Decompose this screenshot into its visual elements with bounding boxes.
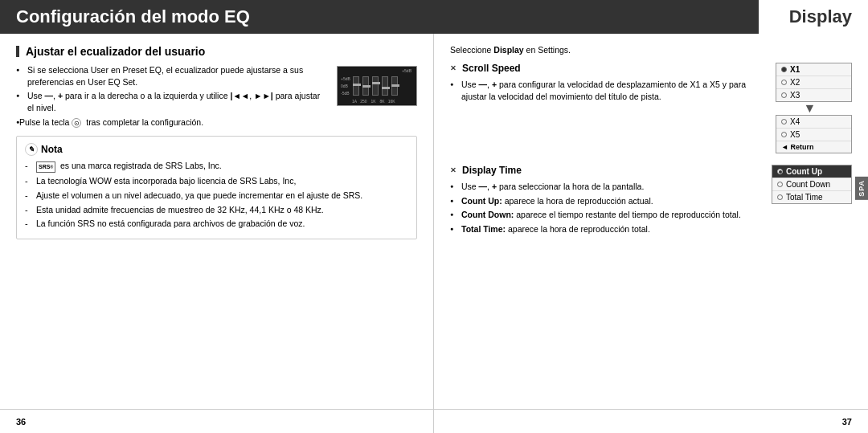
display-bullet-3: Count Down: aparece el tiempo restante d… — [450, 209, 852, 221]
radio-x5 — [781, 132, 787, 137]
page-footer: 36 37 — [0, 409, 868, 433]
display-bullet-4: Total Time: aparece la hora de reproducc… — [450, 223, 852, 235]
menu-item-count-up: Count Up — [772, 165, 851, 178]
seleccione-text: Seleccione Display en Settings. — [450, 45, 852, 55]
nota-item-1: SRS® es una marca registrada de SRS Labs… — [25, 160, 408, 173]
nota-item-4: Esta unidad admite frecuencias de muestr… — [25, 204, 408, 216]
footer-page-right: 37 — [434, 410, 868, 433]
right-panel: Seleccione Display en Settings. X1 X2 — [434, 34, 868, 409]
page-header: Configuración del modo EQ Display — [0, 0, 868, 34]
nota-item-3: Ajuste el volumen a un nivel adecuado, y… — [25, 190, 408, 202]
bullet-item-3: Pulse la tecla ⊙ tras completar la confi… — [16, 116, 417, 129]
main-content: Ajustar el ecualizador del usuario +5dB … — [0, 34, 868, 409]
scroll-speed-section: X1 X2 X3 ▼ X4 — [450, 63, 852, 153]
header-title-right: Display — [755, 0, 868, 34]
srs-logo: SRS® — [36, 161, 55, 173]
left-title-text: Configuración del modo EQ — [16, 6, 250, 27]
display-bullet-1: Use —, + para seleccionar la hora de la … — [450, 181, 852, 193]
display-time-bullets: Use —, + para seleccionar la hora de la … — [450, 181, 852, 235]
footer-page-left: 36 — [0, 410, 434, 433]
left-bullet-list: Si se selecciona User en Preset EQ, el e… — [16, 64, 417, 128]
nota-title: ✎ Nota — [25, 143, 408, 156]
radio-x1 — [781, 67, 787, 72]
spa-language-tab: SPA — [855, 177, 868, 200]
menu-item-return: ◄ Return — [776, 141, 851, 153]
scroll-bullet-1: Use —, + para configurar la velocidad de… — [450, 79, 852, 102]
nota-item-2: La tecnología WOW esta incorporada bajo … — [25, 175, 408, 187]
display-bold: Display — [493, 45, 523, 55]
header-title-left: Configuración del modo EQ — [0, 0, 755, 34]
nota-icon: ✎ — [25, 143, 38, 156]
display-bullet-2: Count Up: aparece la hora de reproducció… — [450, 195, 852, 207]
scroll-speed-title: Scroll Speed — [450, 63, 758, 74]
right-title-text: Display — [789, 6, 852, 27]
radio-count-up — [777, 169, 783, 174]
nota-section: ✎ Nota SRS® es una marca registrada de S… — [16, 136, 417, 239]
display-time-title: Display Time — [450, 165, 754, 176]
nota-item-5: La función SRS no está configurada para … — [25, 218, 408, 230]
scroll-speed-menu-2: X4 X5 ◄ Return — [776, 115, 852, 153]
bullet-item-2: Use —, + para ir a la derecha o a la izq… — [16, 90, 417, 113]
menu-item-x5: X5 — [776, 129, 851, 141]
left-panel: Ajustar el ecualizador del usuario +5dB … — [0, 34, 434, 409]
menu-item-x1: X1 — [776, 63, 851, 76]
left-section-title: Ajustar el ecualizador del usuario — [16, 45, 417, 58]
bullet-item-1: Si se selecciona User en Preset EQ, el e… — [16, 64, 417, 88]
scroll-speed-bullets: Use —, + para configurar la velocidad de… — [450, 79, 852, 102]
nota-list: SRS® es una marca registrada de SRS Labs… — [25, 160, 408, 230]
menu-item-x4: X4 — [776, 116, 851, 129]
display-time-section: Count Up Count Down Total Time Display T… — [450, 165, 852, 238]
radio-x4 — [781, 119, 787, 125]
